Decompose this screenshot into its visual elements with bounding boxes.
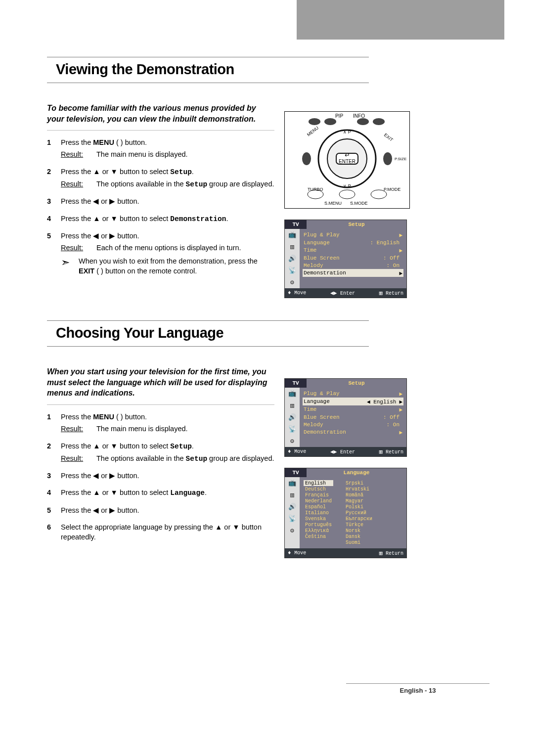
language-option: Français	[304, 492, 333, 498]
osd-setup-language: TV Setup 📺 ▥ 🔊 📡 ⚙ Plug & Play▶ Language…	[284, 378, 407, 457]
speaker-icon: 🔊	[288, 413, 297, 421]
svg-point-1	[324, 118, 336, 125]
menu-label: MENU	[93, 138, 114, 146]
antenna-icon: 📡	[288, 425, 297, 433]
section1-heading-row: Viewing the Demonstration	[47, 57, 369, 83]
enter-label: ENTER	[339, 159, 356, 164]
step-text: Press the ◀ or ▶ button.	[61, 232, 139, 240]
svg-text:∧ P: ∧ P	[343, 130, 351, 134]
result-text: The main menu is displayed.	[96, 149, 274, 159]
osd-footer-move: ♦ Move	[288, 550, 306, 556]
osd-item: Time	[304, 406, 351, 413]
result-label: Result:	[61, 179, 96, 189]
step-text: ( ) button.	[114, 138, 147, 146]
step-text: Press the ▲ or ▼ button to select Demons…	[61, 214, 274, 224]
step-text: .	[192, 168, 194, 176]
step-text: Press the ▲ or ▼ button to select Langua…	[61, 488, 274, 498]
svg-point-0	[309, 118, 320, 125]
turbo-label: TURBO	[308, 187, 323, 192]
step-number: 2	[47, 167, 61, 190]
speaker-icon: 🔊	[288, 503, 297, 511]
divider	[47, 130, 274, 131]
tv-icon: 📺	[288, 390, 297, 398]
result-label: Result:	[61, 424, 96, 434]
result-text: The main menu is displayed.	[96, 424, 274, 434]
osd-item: Blue Screen	[304, 414, 351, 420]
speaker-icon: 🔊	[288, 255, 297, 263]
language-option: Eλληνικά	[304, 528, 333, 534]
language-option: Norsk	[344, 528, 374, 534]
svg-text:↵: ↵	[345, 151, 350, 159]
smenu-label: S.MENU	[324, 201, 342, 206]
pip-label: PIP	[335, 113, 343, 119]
pmode-label: P.MODE	[384, 187, 400, 192]
step-number: 4	[47, 214, 61, 224]
language-column-right: SrpskiHrvatskiRomânăMagyarPolskiРусскийБ…	[344, 480, 374, 545]
osd-footer-return: ▥ Return	[379, 550, 403, 556]
osd-footer-return: ▥ Return	[379, 290, 403, 296]
menu-label: MENU	[306, 125, 319, 137]
osd-icon-column: 📺 ▥ 🔊 📡 ⚙	[285, 388, 300, 447]
step-text: .	[192, 442, 194, 450]
step-number: 5	[47, 231, 61, 276]
language-option: Русский	[344, 510, 374, 516]
osd-footer-return: ▥ Return	[379, 448, 403, 455]
step-number: 3	[47, 196, 61, 206]
tv-icon: 📺	[288, 479, 297, 487]
step-text: Press the ▲ or ▼ button to select	[61, 442, 170, 450]
svg-point-11	[383, 152, 392, 165]
osd-icon-column: 📺 ▥ 🔊 📡 ⚙	[285, 229, 300, 288]
section1-intro: To become familiar with the various menu…	[47, 103, 274, 124]
osd-footer-move: ♦ Move	[288, 290, 306, 296]
language-option: Türkçe	[344, 522, 374, 528]
antenna-icon: 📡	[288, 515, 297, 523]
osd-footer-enter: ◀▶ Enter	[330, 448, 355, 455]
step-text: Press the	[61, 138, 93, 146]
osd-language-list: TV Language 📺 ▥ 🔊 📡 ⚙ EnglishDeutschFran…	[284, 468, 407, 558]
step-number: 1	[47, 137, 61, 160]
language-option: Dansk	[344, 534, 374, 539]
step-text: Press the ◀ or ▶ button.	[61, 196, 274, 206]
info-label: INFO	[353, 113, 365, 119]
header-gray-block	[297, 0, 504, 40]
osd-footer-enter: ◀▶ Enter	[330, 290, 355, 296]
step-number: 2	[47, 441, 61, 464]
remote-diagram: PIP INFO ↵ ENTER MENU EXIT ∧ P ∨ P	[284, 111, 410, 209]
osd-item: Plug & Play	[304, 391, 351, 397]
osd-item: Melody	[304, 263, 351, 268]
language-option: Български	[344, 516, 374, 522]
step-text: Press the ▲ or ▼ button to select	[61, 168, 170, 176]
osd-tv-label: TV	[285, 220, 307, 229]
step-number: 3	[47, 471, 61, 481]
language-option: English	[304, 480, 333, 486]
step-number: 4	[47, 488, 61, 498]
step-text: Press the ◀ or ▶ button.	[61, 505, 274, 515]
result-label: Result:	[61, 149, 96, 159]
language-option: Polski	[344, 504, 374, 510]
note-text: When you wish to exit from the demonstra…	[79, 256, 274, 276]
svg-point-3	[373, 118, 385, 125]
smode-label: S.MODE	[350, 201, 368, 206]
step-number: 6	[47, 522, 61, 542]
sliders-icon: ⚙	[288, 278, 297, 286]
osd-item: Plug & Play	[304, 232, 351, 238]
section2-steps: 1 Press the MENU ( ) button. Result: The…	[47, 412, 274, 542]
battery-icon: ▥	[288, 491, 297, 499]
osd-item: Demonstration	[304, 429, 351, 436]
step-text: ( ) button.	[114, 413, 147, 421]
language-option: Português	[304, 522, 333, 528]
section1-steps: 1 Press the MENU ( ) button. Result: The…	[47, 137, 274, 276]
osd-title: Setup	[307, 379, 406, 388]
result-text: The options available in the Setup group…	[96, 179, 274, 189]
battery-icon: ▥	[288, 243, 297, 251]
language-option: Srpski	[344, 480, 374, 486]
sliders-icon: ⚙	[288, 527, 297, 534]
osd-item: Language	[304, 240, 351, 246]
osd-item-selected: Demonstration	[304, 270, 351, 276]
menu-label: MENU	[93, 413, 114, 421]
language-option: Čeština	[304, 534, 333, 539]
language-option: Magyar	[344, 498, 374, 504]
menu-target: Setup	[170, 443, 192, 450]
step-number: 1	[47, 412, 61, 434]
page-footer: English - 13	[346, 683, 490, 694]
